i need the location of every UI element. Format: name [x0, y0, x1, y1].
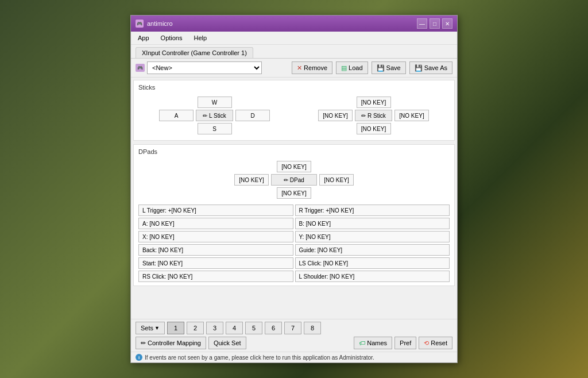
dpad-mid-row: [NO KEY] ✏ DPad [NO KEY]: [234, 174, 354, 186]
pref-button[interactable]: Pref: [394, 337, 416, 349]
profile-icon: 🎮: [136, 64, 145, 72]
title-bar: 🎮 antimicro — □ ✕: [131, 16, 457, 32]
menu-app[interactable]: App: [136, 33, 152, 43]
actions-right: 🏷 Names Pref ⟲ Reset: [354, 337, 452, 349]
x-btn[interactable]: X: [NO KEY]: [138, 231, 293, 242]
right-stick-left[interactable]: [NO KEY]: [318, 110, 353, 121]
controller-tab[interactable]: XInput Controller (Game Controller 1): [136, 47, 253, 58]
controller-mapping-button[interactable]: ✏ Controller Mapping: [136, 337, 206, 349]
right-stick-mid-row: [NO KEY] ✏ R Stick [NO KEY]: [318, 110, 429, 121]
names-button[interactable]: 🏷 Names: [354, 337, 392, 349]
r-trigger-btn[interactable]: R Trigger: +[NO KEY]: [295, 205, 450, 216]
right-stick-group: [NO KEY] [NO KEY] ✏ R Stick [NO KEY] [NO…: [318, 97, 429, 134]
set-8-button[interactable]: 8: [304, 322, 321, 334]
save-as-icon: 💾: [415, 64, 423, 72]
names-icon: 🏷: [359, 340, 365, 346]
load-button[interactable]: ▤ Load: [336, 61, 368, 74]
dpads-section: DPads [NO KEY] [NO KEY] ✏ DPad [NO KEY] …: [133, 144, 455, 286]
l-shoulder-btn[interactable]: L Shoulder: [NO KEY]: [295, 271, 450, 282]
profile-select: 🎮 <New>: [136, 61, 288, 74]
dpad-down-row: [NO KEY]: [277, 187, 311, 199]
actions-left: ✏ Controller Mapping Quick Set: [136, 337, 246, 349]
start-btn[interactable]: Start: [NO KEY]: [138, 257, 293, 269]
remove-icon: ✕: [297, 64, 302, 72]
back-btn[interactable]: Back: [NO KEY]: [138, 244, 293, 256]
window-title: antimicro: [147, 20, 173, 27]
status-message: If events are not seen by a game, please…: [145, 354, 374, 361]
sets-row: Sets ▼ 1 2 3 4 5 6 7 8: [136, 322, 452, 334]
dpads-grid: [NO KEY] [NO KEY] ✏ DPad [NO KEY] [NO KE…: [138, 159, 450, 201]
y-btn[interactable]: Y: [NO KEY]: [295, 231, 450, 242]
left-stick-up-row: W: [198, 97, 232, 108]
left-stick-up[interactable]: W: [198, 97, 232, 108]
title-controls: — □ ✕: [417, 18, 452, 29]
rs-click-btn[interactable]: RS Click: [NO KEY]: [138, 271, 293, 282]
left-stick-left[interactable]: A: [159, 110, 194, 121]
info-icon: i: [136, 354, 142, 361]
right-stick-down-row: [NO KEY]: [357, 123, 391, 134]
sticks-title: Sticks: [138, 84, 450, 91]
sticks-grid: W A ✏ L Stick D S [NO KEY]: [138, 94, 450, 137]
set-4-button[interactable]: 4: [226, 322, 243, 334]
dpad-up[interactable]: [NO KEY]: [277, 161, 311, 172]
save-button[interactable]: 💾 Save: [372, 61, 406, 74]
b-btn[interactable]: B: [NO KEY]: [295, 218, 450, 229]
sets-button[interactable]: Sets ▼: [136, 322, 165, 334]
menu-help[interactable]: Help: [192, 33, 210, 43]
set-1-button[interactable]: 1: [167, 322, 184, 334]
left-stick-center[interactable]: ✏ L Stick: [196, 110, 233, 121]
close-button[interactable]: ✕: [442, 18, 452, 29]
left-stick-right[interactable]: D: [235, 110, 270, 121]
save-icon: 💾: [377, 64, 385, 72]
left-stick-mid-row: A ✏ L Stick D: [159, 110, 270, 121]
right-stick-center[interactable]: ✏ R Stick: [355, 110, 392, 121]
reset-button[interactable]: ⟲ Reset: [419, 337, 452, 349]
ls-click-btn[interactable]: LS Click: [NO KEY]: [295, 257, 450, 269]
dpad-center[interactable]: ✏ DPad: [271, 174, 317, 186]
dpad-up-row: [NO KEY]: [277, 161, 311, 172]
set-6-button[interactable]: 6: [265, 322, 282, 334]
load-icon: ▤: [341, 64, 347, 72]
left-stick-down-row: S: [198, 123, 232, 134]
minimize-button[interactable]: —: [417, 18, 427, 29]
right-stick-up[interactable]: [NO KEY]: [357, 97, 391, 108]
left-stick-group: W A ✏ L Stick D S: [159, 97, 270, 134]
bottom-bar: Sets ▼ 1 2 3 4 5 6 7 8 ✏ Controller Mapp…: [131, 319, 457, 352]
dpad-down[interactable]: [NO KEY]: [277, 187, 311, 199]
tab-bar: XInput Controller (Game Controller 1): [131, 45, 457, 59]
guide-btn[interactable]: Guide: [NO KEY]: [295, 244, 450, 256]
main-content: Sticks W A ✏ L Stick D S: [131, 78, 457, 319]
controller-mapping-icon: ✏: [141, 340, 146, 347]
buttons-grid: L Trigger: +[NO KEY] R Trigger: +[NO KEY…: [138, 205, 450, 282]
reset-icon: ⟲: [424, 340, 429, 347]
profile-dropdown[interactable]: <New>: [147, 61, 262, 74]
right-stick-up-row: [NO KEY]: [357, 97, 391, 108]
app-icon: 🎮: [136, 20, 144, 28]
menu-bar: App Options Help: [131, 32, 457, 45]
quick-set-button[interactable]: Quick Set: [208, 337, 246, 349]
chevron-down-icon: ▼: [154, 325, 160, 331]
remove-button[interactable]: ✕ Remove: [292, 61, 332, 74]
dpad-right[interactable]: [NO KEY]: [319, 174, 354, 186]
main-window: 🎮 antimicro — □ ✕ App Options Help XInpu…: [130, 15, 458, 363]
left-stick-down[interactable]: S: [198, 123, 232, 134]
title-bar-left: 🎮 antimicro: [136, 20, 173, 28]
menu-options[interactable]: Options: [158, 33, 185, 43]
l-trigger-btn[interactable]: L Trigger: +[NO KEY]: [138, 205, 293, 216]
toolbar: 🎮 <New> ✕ Remove ▤ Load 💾 Save 💾 Save As: [131, 59, 457, 78]
maximize-button[interactable]: □: [430, 18, 440, 29]
set-3-button[interactable]: 3: [206, 322, 223, 334]
set-7-button[interactable]: 7: [284, 322, 301, 334]
sticks-section: Sticks W A ✏ L Stick D S: [133, 80, 455, 141]
status-bar[interactable]: i If events are not seen by a game, plea…: [131, 352, 457, 362]
set-2-button[interactable]: 2: [187, 322, 204, 334]
dpad-left[interactable]: [NO KEY]: [234, 174, 269, 186]
dpads-title: DPads: [138, 148, 450, 155]
right-stick-down[interactable]: [NO KEY]: [357, 123, 391, 134]
a-btn[interactable]: A: [NO KEY]: [138, 218, 293, 229]
set-5-button[interactable]: 5: [245, 322, 262, 334]
actions-row: ✏ Controller Mapping Quick Set 🏷 Names P…: [136, 337, 452, 349]
save-as-button[interactable]: 💾 Save As: [409, 61, 452, 74]
right-stick-right[interactable]: [NO KEY]: [394, 110, 429, 121]
